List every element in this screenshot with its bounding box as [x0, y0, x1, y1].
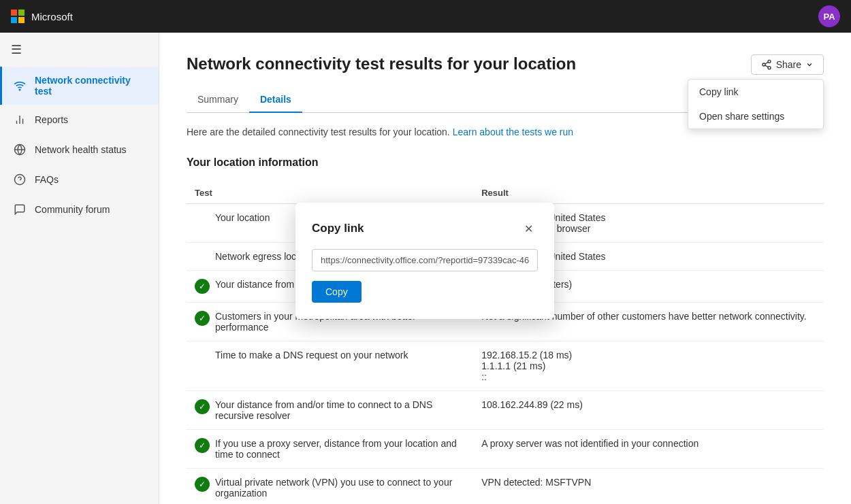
sidebar-label-community-forum: Community forum: [35, 204, 110, 215]
svg-point-9: [762, 63, 765, 66]
wifi-icon: [13, 79, 27, 93]
check-icon: ✓: [195, 477, 210, 492]
tab-details[interactable]: Details: [249, 87, 302, 113]
table-cell-result: VPN detected: MSFTVPN: [473, 469, 824, 505]
hamburger-icon[interactable]: ☰: [0, 33, 159, 67]
chart-icon: [13, 113, 27, 127]
table-row: ✓Your distance from and/or time to conne…: [187, 391, 824, 430]
sidebar-item-network-connectivity-test[interactable]: Network connectivity test: [0, 67, 159, 105]
check-icon: ✓: [195, 438, 210, 453]
share-dropdown-copy-link[interactable]: Copy link: [688, 80, 823, 104]
table-row: ✓Virtual private network (VPN) you use t…: [187, 469, 824, 505]
tab-summary[interactable]: Summary: [187, 87, 249, 113]
copy-link-input[interactable]: [312, 249, 538, 271]
question-icon: [13, 173, 27, 186]
topbar: Microsoft PA: [0, 0, 851, 33]
check-icon: ✓: [195, 399, 210, 414]
copy-button[interactable]: Copy: [312, 281, 362, 303]
sidebar-label-reports: Reports: [35, 114, 68, 125]
page-title: Network connectivity test results for yo…: [187, 54, 824, 73]
globe-icon: [13, 143, 27, 156]
share-dropdown-open-settings[interactable]: Open share settings: [688, 104, 823, 129]
modal-title: Copy link: [312, 222, 364, 235]
copy-link-modal: Copy link ✕ Copy: [295, 203, 554, 319]
sidebar-label-network-connectivity-test: Network connectivity test: [35, 75, 148, 97]
table-cell-test: Time to make a DNS request on your netwo…: [187, 341, 473, 391]
table-cell-result: 192.168.15.2 (18 ms) 1.1.1.1 (21 ms) ::: [473, 341, 824, 391]
microsoft-logo-icon: [11, 10, 25, 23]
svg-line-11: [765, 65, 768, 67]
sidebar-item-faqs[interactable]: FAQs: [0, 165, 159, 195]
svg-point-8: [768, 60, 771, 63]
sidebar-item-network-health-status[interactable]: Network health status: [0, 135, 159, 165]
table-row: ✓If you use a proxy server, distance fro…: [187, 430, 824, 469]
topbar-left: Microsoft: [11, 10, 73, 23]
share-area: Share Copy link Open share settings: [751, 54, 824, 75]
modal-close-button[interactable]: ✕: [519, 219, 538, 238]
sidebar-item-reports[interactable]: Reports: [0, 105, 159, 135]
share-button-label: Share: [776, 59, 801, 70]
table-cell-result: 108.162.244.89 (22 ms): [473, 391, 824, 430]
table-header-test: Test: [187, 182, 473, 204]
table-header-result: Result: [473, 182, 824, 204]
svg-point-0: [19, 89, 20, 90]
share-dropdown: Copy link Open share settings: [688, 79, 824, 129]
avatar[interactable]: PA: [818, 5, 840, 27]
share-icon: [761, 59, 772, 70]
table-row: Time to make a DNS request on your netwo…: [187, 341, 824, 391]
sidebar-label-network-health-status: Network health status: [35, 144, 127, 155]
info-link[interactable]: Learn about the tests we run: [453, 127, 573, 137]
table-cell-result: A proxy server was not identified in you…: [473, 430, 824, 469]
section-title: Your location information: [187, 156, 824, 169]
share-button[interactable]: Share: [751, 54, 824, 75]
table-cell-test: ✓Virtual private network (VPN) you use t…: [187, 469, 473, 505]
svg-line-12: [765, 62, 768, 64]
table-cell-test: ✓If you use a proxy server, distance fro…: [187, 430, 473, 469]
chat-icon: [13, 203, 27, 216]
table-cell-test: ✓Your distance from and/or time to conne…: [187, 391, 473, 430]
modal-header: Copy link ✕: [312, 219, 538, 238]
svg-point-10: [768, 67, 771, 69]
sidebar-item-community-forum[interactable]: Community forum: [0, 195, 159, 224]
check-icon: ✓: [195, 311, 210, 326]
sidebar: ☰ Network connectivity test: [0, 33, 159, 504]
brand-name: Microsoft: [31, 11, 73, 22]
chevron-down-icon: [805, 61, 814, 69]
sidebar-label-faqs: FAQs: [35, 174, 59, 185]
check-icon: ✓: [195, 279, 210, 294]
